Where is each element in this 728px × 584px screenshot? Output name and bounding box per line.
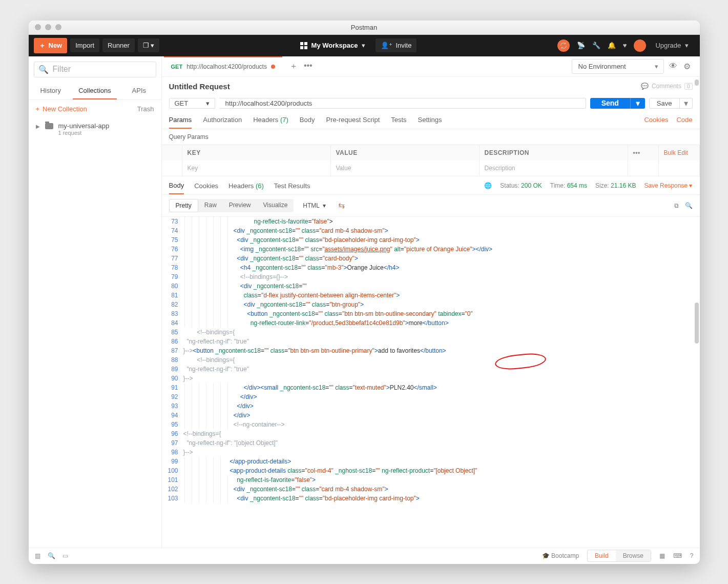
- code-line[interactable]: 96<!--bindings={: [162, 429, 700, 438]
- scroll-indicator-2[interactable]: [695, 303, 699, 344]
- code-line[interactable]: 85 <!--bindings={: [162, 328, 700, 337]
- sync-icon[interactable]: [557, 39, 570, 52]
- minimize-dot[interactable]: [45, 24, 51, 30]
- tab-more-icon[interactable]: •••: [304, 61, 313, 72]
- bootcamp-link[interactable]: 🎓 Bootcamp: [542, 552, 579, 559]
- send-caret[interactable]: ▾: [630, 98, 645, 109]
- code-line[interactable]: 82 <div _ngcontent-sc18="" class="btn-gr…: [162, 300, 700, 309]
- zoom-dot[interactable]: [55, 24, 61, 30]
- send-button[interactable]: Send: [590, 98, 630, 109]
- search-icon[interactable]: 🔍: [685, 202, 693, 209]
- subtab-tests[interactable]: Tests: [391, 116, 406, 129]
- globe-icon[interactable]: 🌐: [484, 182, 492, 189]
- code-line[interactable]: 93 </div>: [162, 401, 700, 411]
- console-icon[interactable]: ▭: [63, 552, 68, 559]
- response-body[interactable]: 73 ng-reflect-is-favorite="false">74<div…: [162, 217, 700, 548]
- subtab-prerequest[interactable]: Pre-request Script: [326, 116, 380, 129]
- code-line[interactable]: 94</div>: [162, 411, 700, 420]
- code-line[interactable]: 101 ng-reflect-is-favorite="false">: [162, 475, 700, 485]
- subtab-headers[interactable]: Headers (7): [253, 116, 288, 129]
- save-response-link[interactable]: Save Response ▾: [644, 182, 692, 189]
- cookies-link[interactable]: Cookies: [644, 116, 668, 129]
- find-icon[interactable]: 🔍: [48, 552, 55, 559]
- account-avatar[interactable]: [634, 39, 646, 52]
- new-collection-button[interactable]: +New Collection: [36, 105, 87, 113]
- subtab-body[interactable]: Body: [300, 116, 315, 129]
- code-line[interactable]: 78 <h4 _ngcontent-sc18="" class="mb-3">O…: [162, 263, 700, 272]
- request-name[interactable]: Untitled Request: [169, 82, 230, 91]
- mode-browse[interactable]: Browse: [616, 550, 651, 561]
- sidebar-toggle-icon[interactable]: ▥: [35, 552, 40, 559]
- col-more[interactable]: •••: [628, 145, 659, 160]
- code-line[interactable]: 95<!--ng-container-->: [162, 420, 700, 429]
- code-line[interactable]: 89 "ng-reflect-ng-if": "true": [162, 365, 700, 374]
- satellite-icon[interactable]: 📡: [577, 42, 585, 49]
- tab-apis[interactable]: APIs: [117, 83, 161, 99]
- view-raw[interactable]: Raw: [198, 199, 223, 212]
- subtab-params[interactable]: Params: [169, 116, 192, 129]
- environment-select[interactable]: No Environment: [572, 59, 664, 74]
- code-line[interactable]: 99 </app-product-details>: [162, 457, 700, 466]
- code-line[interactable]: 80 <div _ngcontent-sc18="": [162, 281, 700, 291]
- resp-tab-body[interactable]: Body: [169, 182, 184, 194]
- subtab-settings[interactable]: Settings: [418, 116, 442, 129]
- filter-input[interactable]: 🔍 Filter: [34, 62, 156, 77]
- code-line[interactable]: 92 </div>: [162, 392, 700, 401]
- code-line[interactable]: 84 ng-reflect-router-link="/product,5ed3…: [162, 318, 700, 328]
- code-line[interactable]: 103 <div _ngcontent-sc18="" class="bd-pl…: [162, 494, 700, 503]
- request-tab[interactable]: GET http://localhost:4200/products: [164, 56, 282, 76]
- code-line[interactable]: 91 </div><small _ngcontent-sc18="" class…: [162, 383, 700, 392]
- view-preview[interactable]: Preview: [223, 199, 257, 212]
- wrench-icon[interactable]: 🔧: [592, 42, 600, 49]
- scroll-indicator[interactable]: [695, 79, 699, 86]
- code-line[interactable]: 87}--><button _ngcontent-sc18="" class="…: [162, 346, 700, 355]
- layout-icon[interactable]: ▦: [659, 552, 665, 559]
- comments-button[interactable]: 💬 Comments 0: [641, 83, 693, 90]
- code-line[interactable]: 100 <app-product-details class="col-md-4…: [162, 466, 700, 475]
- heart-icon[interactable]: ♥: [623, 42, 627, 49]
- mode-build[interactable]: Build: [588, 550, 616, 561]
- wrap-lines-icon[interactable]: ⇆: [335, 200, 348, 210]
- help-icon[interactable]: ?: [690, 552, 694, 559]
- url-input[interactable]: http://localhost:4200/products: [219, 98, 586, 109]
- workspace-selector[interactable]: My Workspace ▾: [300, 42, 366, 49]
- add-tab-icon[interactable]: ＋: [289, 61, 298, 72]
- copy-icon[interactable]: ⧉: [674, 202, 679, 209]
- code-line[interactable]: 86 "ng-reflect-ng-if": "true": [162, 337, 700, 346]
- code-line[interactable]: 90}-->: [162, 374, 700, 383]
- new-button[interactable]: ＋New: [34, 38, 68, 53]
- code-line[interactable]: 73 ng-reflect-is-favorite="false">: [162, 217, 700, 226]
- view-visualize[interactable]: Visualize: [257, 199, 294, 212]
- code-line[interactable]: 102<div _ngcontent-sc18="" class="card m…: [162, 485, 700, 494]
- code-link[interactable]: Code: [676, 116, 692, 129]
- resp-tab-cookies[interactable]: Cookies: [194, 182, 218, 194]
- close-dot[interactable]: [35, 24, 41, 30]
- upgrade-button[interactable]: Upgrade ▾: [649, 38, 694, 52]
- code-line[interactable]: 77 <div _ngcontent-sc18="" class="card-b…: [162, 254, 700, 263]
- save-caret[interactable]: ▾: [680, 98, 693, 109]
- code-line[interactable]: 76 <img _ngcontent-sc18="" src="assets/i…: [162, 245, 700, 254]
- view-pretty[interactable]: Pretty: [169, 199, 198, 212]
- gear-icon[interactable]: ⚙: [683, 62, 693, 71]
- resp-tab-headers[interactable]: Headers (6): [228, 182, 264, 194]
- method-select[interactable]: GET▾: [169, 98, 215, 109]
- code-line[interactable]: 98}-->: [162, 448, 700, 457]
- collection-item[interactable]: ▶ my-universal-app 1 request: [29, 118, 161, 140]
- eye-icon[interactable]: 👁: [669, 62, 678, 71]
- code-line[interactable]: 79 <!--bindings={}-->: [162, 272, 700, 281]
- shortcuts-icon[interactable]: ⌨: [673, 552, 682, 559]
- code-line[interactable]: 74<div _ngcontent-sc18="" class="card mb…: [162, 226, 700, 235]
- subtab-auth[interactable]: Authorization: [203, 116, 242, 129]
- runner-button[interactable]: Runner: [102, 38, 135, 52]
- import-button[interactable]: Import: [70, 38, 99, 52]
- trash-link[interactable]: Trash: [137, 105, 154, 113]
- code-line[interactable]: 97 "ng-reflect-ng-if": "[object Object]": [162, 438, 700, 448]
- bell-icon[interactable]: 🔔: [608, 42, 616, 49]
- resp-tab-tests[interactable]: Test Results: [274, 182, 310, 194]
- language-select[interactable]: HTML▾: [297, 199, 332, 212]
- param-row-empty[interactable]: Key Value Description: [162, 160, 700, 176]
- bulk-edit-link[interactable]: Bulk Edit: [659, 145, 700, 160]
- code-line[interactable]: 75 <div _ngcontent-sc18="" class="bd-pla…: [162, 235, 700, 245]
- code-line[interactable]: 81 class="d-flex justify-content-between…: [162, 291, 700, 300]
- invite-button[interactable]: 👤⁺Invite: [376, 38, 417, 52]
